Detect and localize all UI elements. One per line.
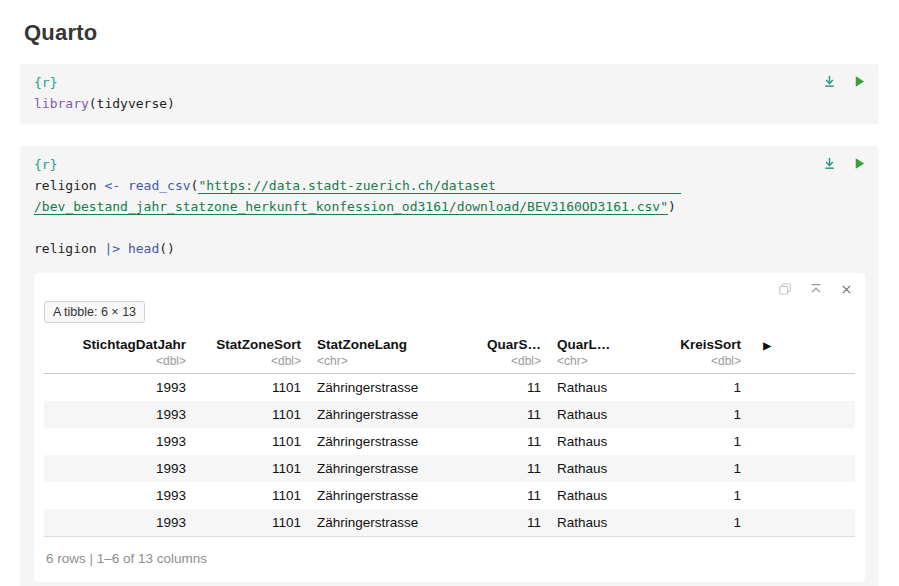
row-spacer <box>749 401 855 428</box>
next-columns-button[interactable]: ▶ <box>763 340 771 351</box>
table-cell: 1993 <box>44 428 194 455</box>
csv-url-link[interactable]: "https://data.stadt-zuerich.ch/dataset <box>198 178 680 194</box>
quarto-document: Quarto {r} library(tidyverse) <box>0 0 899 586</box>
row-spacer <box>749 509 855 537</box>
table-row: 19931101Zähringerstrasse11Rathaus1 <box>44 482 855 509</box>
table-row: 19931101Zähringerstrasse11Rathaus1 <box>44 428 855 455</box>
table-cell: 11 <box>459 509 549 537</box>
play-icon <box>852 156 867 171</box>
table-row: 19931101Zähringerstrasse11Rathaus1 <box>44 509 855 537</box>
chunk-header-token: {r} <box>34 157 57 172</box>
table-cell: 1993 <box>44 401 194 428</box>
page-title: Quarto <box>24 20 879 46</box>
function-token: head <box>128 241 159 256</box>
function-token: library <box>34 96 89 111</box>
column-type: <chr> <box>557 354 656 368</box>
collapse-output-button[interactable] <box>809 282 823 296</box>
table-cell: Rathaus <box>549 455 664 482</box>
column-type: <dbl> <box>202 354 301 368</box>
table-cell: Rathaus <box>549 509 664 537</box>
pipe-operator-token: |> <box>104 241 127 256</box>
tibble-header-row: StichtagDatJahr<dbl>StatZoneSort<dbl>Sta… <box>44 335 855 374</box>
column-header-statzonesort: StatZoneSort<dbl> <box>194 335 309 374</box>
row-spacer <box>749 428 855 455</box>
column-header-stichtagdatjahr: StichtagDatJahr<dbl> <box>44 335 194 374</box>
table-cell: 1101 <box>194 509 309 537</box>
assign-operator-token: <- <box>104 178 127 193</box>
table-cell: Rathaus <box>549 428 664 455</box>
column-name: StatZoneSort <box>202 337 301 352</box>
chunk-output-panel: A tibble: 6 × 13 StichtagDatJahr<dbl>Sta… <box>34 273 865 582</box>
column-name: StatZoneLang <box>317 337 451 352</box>
paren-token: ) <box>668 199 676 214</box>
table-cell: Zähringerstrasse <box>309 401 459 428</box>
run-chunk-button[interactable] <box>852 74 867 89</box>
tibble-dimensions-badge: A tibble: 6 × 13 <box>44 301 145 323</box>
column-type: <chr> <box>317 354 451 368</box>
code-line: religion <- read_csv("https://data.stadt… <box>34 175 865 196</box>
table-cell: 1 <box>664 401 749 428</box>
column-type: <dbl> <box>467 354 541 368</box>
table-row: 19931101Zähringerstrasse11Rathaus1 <box>44 374 855 402</box>
run-chunks-above-icon <box>822 156 837 171</box>
column-header-kreissort: KreisSort<dbl> <box>664 335 749 374</box>
column-name: StichtagDatJahr <box>52 337 186 352</box>
table-cell: 1 <box>664 428 749 455</box>
code-line: /bev_bestand_jahr_statzone_herkunft_konf… <box>34 196 865 217</box>
column-name: QuarL… <box>557 337 656 352</box>
table-cell: 11 <box>459 428 549 455</box>
clear-output-button[interactable] <box>840 283 853 296</box>
table-cell: Rathaus <box>549 401 664 428</box>
run-all-chunks-above-button[interactable] <box>822 74 837 89</box>
output-toolbar <box>778 282 853 296</box>
table-cell: 1993 <box>44 374 194 402</box>
open-output-in-window-button[interactable] <box>778 282 792 296</box>
table-cell: 11 <box>459 482 549 509</box>
csv-url-link[interactable]: /bev_bestand_jahr_statzone_herkunft_konf… <box>34 199 668 215</box>
paren-token: () <box>159 241 175 256</box>
row-spacer <box>749 374 855 402</box>
tibble-body: 19931101Zähringerstrasse11Rathaus1199311… <box>44 374 855 537</box>
variable-token: religion <box>34 241 104 256</box>
chunk-header-token: {r} <box>34 75 57 90</box>
code-line: {r} <box>34 154 865 175</box>
table-cell: 1101 <box>194 482 309 509</box>
code-chunk-library: {r} library(tidyverse) <box>20 64 879 124</box>
code-editor-1[interactable]: {r} library(tidyverse) <box>34 72 865 114</box>
table-row: 19931101Zähringerstrasse11Rathaus1 <box>44 455 855 482</box>
chunk-toolbar <box>822 156 867 171</box>
table-cell: 1101 <box>194 428 309 455</box>
column-header-quars: QuarS…<dbl> <box>459 335 549 374</box>
duplicate-window-icon <box>778 282 792 296</box>
header-filler <box>779 335 855 374</box>
code-line: library(tidyverse) <box>34 93 865 114</box>
table-cell: 11 <box>459 401 549 428</box>
blank-code-line <box>34 217 865 238</box>
column-type: <dbl> <box>52 354 186 368</box>
tibble-table: StichtagDatJahr<dbl>StatZoneSort<dbl>Sta… <box>44 335 855 537</box>
table-cell: 1101 <box>194 455 309 482</box>
code-line: religion |> head() <box>34 238 865 259</box>
table-row: 19931101Zähringerstrasse11Rathaus1 <box>44 401 855 428</box>
table-cell: 1 <box>664 455 749 482</box>
row-spacer <box>749 455 855 482</box>
column-header-quarl: QuarL…<chr> <box>549 335 664 374</box>
table-cell: Rathaus <box>549 374 664 402</box>
table-cell: Zähringerstrasse <box>309 509 459 537</box>
chunk-toolbar <box>822 74 867 89</box>
table-cell: Zähringerstrasse <box>309 482 459 509</box>
close-icon <box>840 283 853 296</box>
table-cell: 1 <box>664 482 749 509</box>
chevron-up-to-bar-icon <box>809 282 823 296</box>
code-chunk-read-csv: {r} religion <- read_csv("https://data.s… <box>20 146 879 586</box>
table-cell: Zähringerstrasse <box>309 374 459 402</box>
table-cell: 1993 <box>44 455 194 482</box>
column-type: <dbl> <box>672 354 741 368</box>
code-editor-2[interactable]: {r} religion <- read_csv("https://data.s… <box>34 154 865 259</box>
run-chunk-button[interactable] <box>852 156 867 171</box>
table-cell: 1101 <box>194 401 309 428</box>
next-columns-th: ▶ <box>749 335 779 374</box>
column-header-statzonelang: StatZoneLang<chr> <box>309 335 459 374</box>
row-spacer <box>749 482 855 509</box>
run-all-chunks-above-button[interactable] <box>822 156 837 171</box>
